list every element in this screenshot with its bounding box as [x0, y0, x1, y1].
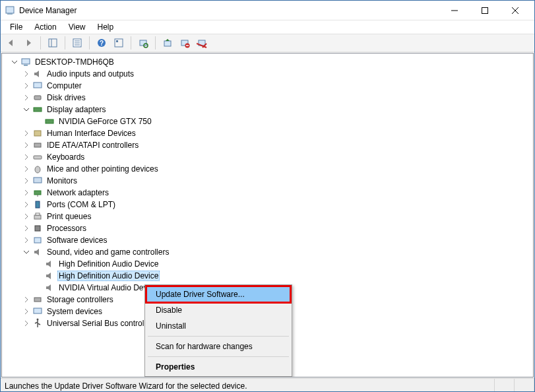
tree-node-software-devices[interactable]: Software devices: [10, 234, 533, 246]
computer-icon: [20, 57, 31, 67]
svg-rect-28: [34, 96, 41, 100]
chevron-right-icon[interactable]: [22, 200, 31, 209]
tree-node-root[interactable]: DESKTOP-TMDH6QB: [10, 56, 533, 68]
display-adapter-icon: [44, 116, 55, 127]
chevron-right-icon[interactable]: [22, 141, 31, 150]
svg-rect-44: [34, 308, 42, 313]
speaker-icon: [44, 271, 55, 281]
tree-node-ide[interactable]: IDE ATA/ATAPI controllers: [10, 139, 533, 151]
menu-help[interactable]: Help: [92, 21, 119, 33]
toolbar-view-button[interactable]: [111, 36, 127, 50]
tree-node-label: Computer: [46, 81, 83, 91]
chevron-right-icon[interactable]: [22, 307, 31, 316]
tree-node-label: Monitors: [46, 176, 79, 186]
svg-rect-16: [140, 40, 146, 46]
network-icon: [32, 187, 43, 198]
ctx-uninstall[interactable]: Uninstall: [146, 318, 290, 334]
menu-file[interactable]: File: [5, 21, 28, 33]
mouse-icon: [32, 164, 43, 174]
tree-node-hda1[interactable]: High Definition Audio Device: [10, 258, 533, 270]
chevron-right-icon[interactable]: [22, 129, 31, 138]
app-icon: [5, 5, 15, 16]
ctx-update-driver[interactable]: Update Driver Software...: [146, 286, 290, 302]
tree-node-sound[interactable]: Sound, video and game controllers: [10, 246, 533, 258]
menu-view[interactable]: View: [63, 21, 91, 33]
svg-rect-40: [36, 213, 40, 215]
chevron-right-icon[interactable]: [22, 164, 31, 174]
chevron-right-icon[interactable]: [22, 81, 31, 90]
tree-node-label: Keyboards: [46, 152, 86, 162]
disk-icon: [32, 92, 43, 103]
tree-node-label: Ports (COM & LPT): [46, 199, 117, 210]
chevron-right-icon[interactable]: [22, 152, 31, 162]
tree-node-computer[interactable]: Computer: [10, 80, 533, 92]
toolbar-forward-button[interactable]: [20, 36, 36, 50]
toolbar-help-button[interactable]: ?: [94, 36, 110, 50]
svg-rect-38: [36, 201, 40, 208]
tree-node-keyboards[interactable]: Keyboards: [10, 151, 533, 163]
tree-node-label-selected: High Definition Audio Device: [57, 271, 160, 281]
chevron-right-icon[interactable]: [22, 93, 31, 102]
toolbar-back-button[interactable]: [3, 36, 19, 50]
tree-node-hda2[interactable]: High Definition Audio Device: [10, 270, 533, 282]
tree-node-printq[interactable]: Print queues: [10, 211, 533, 222]
ctx-separator: [148, 356, 289, 357]
tree-node-network[interactable]: Network adapters: [10, 187, 533, 199]
chevron-right-icon[interactable]: [22, 319, 31, 328]
tree-node-label: Sound, video and game controllers: [46, 247, 170, 257]
chevron-right-icon[interactable]: [22, 295, 31, 304]
printer-icon: [32, 211, 43, 222]
chevron-right-icon[interactable]: [22, 188, 31, 197]
toolbar-update-button[interactable]: [160, 36, 175, 50]
svg-rect-1: [7, 13, 13, 15]
minimize-button[interactable]: [439, 1, 470, 20]
ports-icon: [32, 199, 43, 210]
svg-rect-3: [482, 7, 488, 13]
tree-node-hid[interactable]: Human Interface Devices: [10, 127, 533, 139]
device-tree-panel[interactable]: DESKTOP-TMDH6QB Audio inputs and outputs…: [1, 53, 534, 377]
window-controls: [439, 1, 530, 20]
toolbar-show-tree-button[interactable]: [45, 36, 61, 50]
chevron-right-icon[interactable]: [22, 212, 31, 221]
svg-rect-6: [49, 39, 57, 47]
tree-node-audio-io[interactable]: Audio inputs and outputs: [10, 68, 533, 80]
cpu-icon: [32, 223, 43, 234]
tree-node-label: Universal Serial Bus controllers: [46, 318, 158, 329]
chevron-right-icon[interactable]: [22, 236, 31, 245]
close-button[interactable]: [500, 1, 530, 20]
software-icon: [32, 235, 43, 245]
toolbar-properties-button[interactable]: [69, 36, 85, 50]
chevron-right-icon[interactable]: [22, 69, 31, 79]
chevron-right-icon[interactable]: [22, 224, 31, 233]
monitor-icon: [32, 176, 43, 186]
toolbar: ?: [1, 34, 534, 52]
maximize-button[interactable]: [470, 1, 500, 20]
svg-rect-36: [34, 191, 41, 195]
ctx-scan[interactable]: Scan for hardware changes: [146, 339, 290, 354]
toolbar-scan-button[interactable]: [135, 36, 151, 50]
chevron-down-icon[interactable]: [22, 105, 31, 114]
toolbar-disable-button[interactable]: [177, 36, 193, 50]
chevron-right-icon[interactable]: [22, 176, 31, 185]
ctx-disable[interactable]: Disable: [146, 302, 290, 318]
statusbar: Launches the Update Driver Software Wiza…: [1, 378, 534, 392]
menu-action[interactable]: Action: [29, 21, 61, 33]
tree-node-label: IDE ATA/ATAPI controllers: [46, 140, 140, 150]
speaker-icon: [32, 247, 43, 257]
svg-rect-0: [6, 7, 14, 13]
toolbar-separator: [89, 36, 90, 49]
chevron-down-icon[interactable]: [10, 57, 19, 67]
tree-node-disk[interactable]: Disk drives: [10, 92, 533, 104]
statusbar-pane: [495, 379, 515, 392]
ctx-properties[interactable]: Properties: [146, 359, 290, 375]
svg-rect-32: [34, 143, 41, 147]
tree-node-gpu[interactable]: NVIDIA GeForce GTX 750: [10, 115, 533, 127]
tree-node-display[interactable]: Display adapters: [10, 104, 533, 115]
tree-node-ports[interactable]: Ports (COM & LPT): [10, 199, 533, 211]
tree-node-mice[interactable]: Mice and other pointing devices: [10, 163, 533, 175]
chevron-down-icon[interactable]: [22, 247, 31, 257]
tree-node-cpu[interactable]: Processors: [10, 222, 533, 234]
toolbar-uninstall-button[interactable]: [194, 36, 210, 50]
tree-node-monitors[interactable]: Monitors: [10, 175, 533, 187]
toolbar-separator: [40, 36, 41, 49]
